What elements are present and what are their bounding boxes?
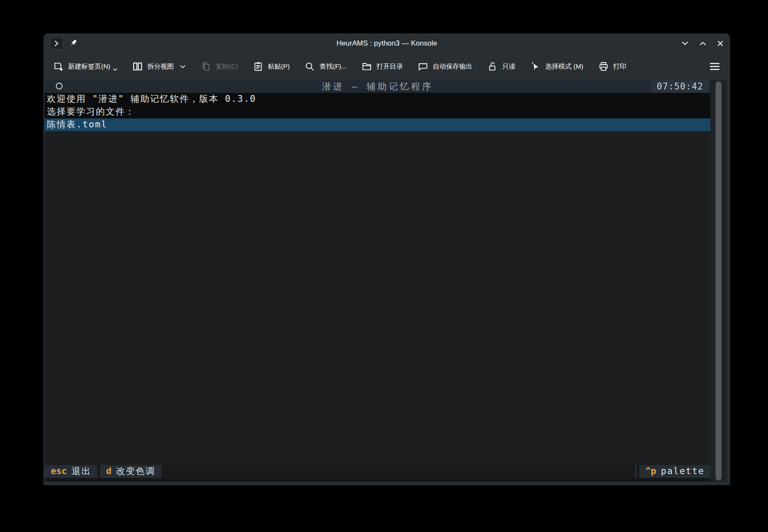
tui-footer: esc 退出 d 改变色调 ^p palette xyxy=(45,465,710,478)
spinner-icon xyxy=(56,83,63,89)
key-action-label: 退出 xyxy=(72,465,91,478)
toolbar: 新建标签页(N) 拆分视图 复制(C) xyxy=(43,53,730,80)
tui-header: 潜进 – 辅助记忆程序 07:50:42 xyxy=(45,80,710,93)
find-label: 查找(F)... xyxy=(319,62,347,71)
hamburger-menu-button[interactable] xyxy=(709,61,721,72)
printer-icon xyxy=(598,61,609,72)
copy-icon xyxy=(200,61,211,72)
search-icon xyxy=(304,61,315,72)
split-view-icon xyxy=(132,61,143,72)
terminal-bottom-gap xyxy=(45,478,710,482)
key-hint: ^p xyxy=(645,465,656,478)
open-directory-label: 打开目录 xyxy=(377,62,403,71)
terminal-text-line: 欢迎使用 "潜进" 辅助记忆软件，版本 0.3.0 xyxy=(45,93,710,106)
split-view-label: 拆分视图 xyxy=(147,62,174,71)
key-hint: d xyxy=(106,465,112,478)
konsole-window: HeurAMS : python3 — Konsole 新建标签页(N) xyxy=(43,34,730,485)
read-only-button[interactable]: 只读 xyxy=(487,61,515,72)
new-tab-button[interactable]: 新建标签页(N) xyxy=(53,61,118,72)
new-tab-icon xyxy=(53,61,64,72)
paste-button[interactable]: 粘贴(P) xyxy=(253,61,290,72)
chevron-down-icon xyxy=(113,68,118,71)
key-action-label: 改变色调 xyxy=(116,465,155,478)
window-title: HeurAMS : python3 — Konsole xyxy=(43,39,730,48)
minimize-button[interactable] xyxy=(682,41,688,46)
split-view-button[interactable]: 拆分视图 xyxy=(132,61,186,72)
maximize-button[interactable] xyxy=(699,41,706,46)
cursor-arrow-icon xyxy=(530,61,541,72)
folder-icon xyxy=(361,61,372,72)
select-mode-label: 选择模式 (M) xyxy=(545,62,584,71)
print-button[interactable]: 打印 xyxy=(598,61,627,72)
key-hint: esc xyxy=(51,465,67,478)
scrollbar-thumb[interactable] xyxy=(716,81,722,480)
footer-divider xyxy=(636,465,636,478)
title-bar[interactable]: HeurAMS : python3 — Konsole xyxy=(43,34,730,53)
footer-key-d[interactable]: d 改变色调 xyxy=(100,465,161,478)
tui-clock: 07:50:42 xyxy=(651,80,709,93)
copy-label: 复制(C) xyxy=(216,62,238,71)
konsole-app-icon[interactable] xyxy=(50,37,63,50)
footer-key-palette[interactable]: ^p palette xyxy=(639,465,710,478)
scrollbar-track[interactable] xyxy=(710,80,727,482)
key-action-label: palette xyxy=(661,465,705,478)
paste-label: 粘贴(P) xyxy=(268,62,290,71)
terminal-prompt-icon xyxy=(53,40,60,47)
chevron-down-icon xyxy=(180,65,186,69)
footer-key-esc[interactable]: esc 退出 xyxy=(45,465,97,478)
open-directory-button[interactable]: 打开目录 xyxy=(361,61,403,72)
hamburger-icon xyxy=(709,61,721,72)
copy-button[interactable]: 复制(C) xyxy=(200,61,238,72)
autosave-output-label: 自动保存输出 xyxy=(433,62,472,71)
print-label: 打印 xyxy=(613,62,627,71)
terminal-text-line: 选择要学习的文件： xyxy=(45,106,710,118)
new-tab-label: 新建标签页(N) xyxy=(68,62,110,71)
find-button[interactable]: 查找(F)... xyxy=(304,61,347,72)
terminal-empty-area xyxy=(45,131,710,465)
paste-icon xyxy=(253,61,264,72)
open-lock-icon xyxy=(487,61,498,72)
selected-file-option[interactable]: 陈情表.toml xyxy=(45,118,710,131)
pin-icon[interactable] xyxy=(69,39,78,48)
read-only-label: 只读 xyxy=(502,62,515,71)
autosave-output-button[interactable]: 自动保存输出 xyxy=(417,61,472,72)
terminal-view[interactable]: 潜进 – 辅助记忆程序 07:50:42 欢迎使用 "潜进" 辅助记忆软件，版本… xyxy=(45,80,727,482)
close-button[interactable] xyxy=(717,40,723,46)
tui-app-title: 潜进 – 辅助记忆程序 xyxy=(322,81,433,92)
select-mode-button[interactable]: 选择模式 (M) xyxy=(530,61,584,72)
output-bubble-icon xyxy=(417,61,429,72)
